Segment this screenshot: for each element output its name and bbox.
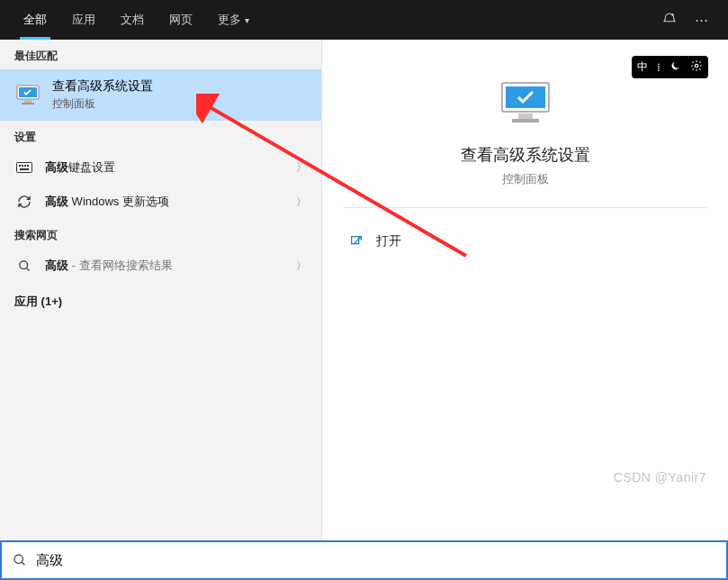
best-match-header: 最佳匹配 xyxy=(0,40,321,69)
tab-docs[interactable]: 文档 xyxy=(108,0,157,40)
results-panel: 最佳匹配 查看高级系统设置 控制面板 设置 高级键盘设置 〉 xyxy=(0,40,322,540)
result-web-search[interactable]: 高级 - 查看网络搜索结果 〉 xyxy=(0,249,321,283)
result-advanced-update[interactable]: 高级 Windows 更新选项 〉 xyxy=(0,185,321,219)
svg-rect-6 xyxy=(19,165,21,167)
best-match-subtitle: 控制面板 xyxy=(52,96,153,112)
keyboard-icon xyxy=(14,162,34,173)
chevron-down-icon: ▾ xyxy=(245,15,249,25)
tab-apps[interactable]: 应用 xyxy=(59,0,108,40)
svg-point-0 xyxy=(671,14,674,16)
tab-all[interactable]: 全部 xyxy=(11,0,59,40)
feedback-icon[interactable] xyxy=(653,12,686,29)
svg-rect-10 xyxy=(20,168,29,170)
best-match-item[interactable]: 查看高级系统设置 控制面板 xyxy=(0,69,321,121)
result-label: 高级键盘设置 xyxy=(34,159,296,176)
svg-rect-3 xyxy=(24,100,31,103)
search-icon xyxy=(14,259,34,273)
watermark: CSDN @Yanir7 xyxy=(614,470,706,485)
search-icon xyxy=(11,553,29,567)
search-input[interactable] xyxy=(29,553,717,568)
svg-line-21 xyxy=(22,562,24,565)
ime-symbol-icon[interactable]: ⁞ xyxy=(657,61,661,74)
moon-icon[interactable] xyxy=(670,60,681,75)
svg-rect-9 xyxy=(27,165,29,167)
preview-title: 查看高级系统设置 xyxy=(461,144,590,166)
web-header: 搜索网页 xyxy=(0,219,321,249)
search-bar[interactable] xyxy=(0,540,728,580)
preview-subtitle: 控制面板 xyxy=(502,171,549,187)
svg-rect-16 xyxy=(518,113,533,119)
svg-rect-17 xyxy=(512,119,539,122)
svg-point-11 xyxy=(19,260,27,268)
result-advanced-keyboard[interactable]: 高级键盘设置 〉 xyxy=(0,150,321,185)
monitor-check-icon xyxy=(14,84,41,107)
tab-more-label: 更多 xyxy=(218,12,241,28)
ime-toolbar[interactable]: 中 ⁞ xyxy=(632,56,708,78)
action-open-label: 打开 xyxy=(376,233,401,249)
svg-rect-4 xyxy=(22,103,34,104)
ime-language-indicator[interactable]: 中 xyxy=(637,59,648,75)
preview-panel: 中 ⁞ 查看高级系统设置 控制面板 xyxy=(322,40,728,540)
svg-rect-7 xyxy=(22,165,23,167)
svg-rect-5 xyxy=(17,163,32,173)
best-match-title: 查看高级系统设置 xyxy=(52,78,153,95)
tab-more[interactable]: 更多 ▾ xyxy=(205,0,262,40)
monitor-check-icon xyxy=(497,79,554,130)
chevron-right-icon: 〉 xyxy=(296,258,307,274)
tab-web[interactable]: 网页 xyxy=(157,0,205,40)
divider xyxy=(344,207,706,208)
open-icon xyxy=(347,234,365,249)
svg-point-13 xyxy=(695,64,698,68)
svg-rect-8 xyxy=(24,165,26,167)
refresh-icon xyxy=(14,195,34,209)
result-label: 高级 Windows 更新选项 xyxy=(34,194,296,210)
ellipsis-icon[interactable]: ⋯ xyxy=(686,12,717,28)
action-open[interactable]: 打开 xyxy=(344,228,706,255)
best-match-text: 查看高级系统设置 控制面板 xyxy=(52,78,153,112)
search-tabs: 全部 应用 文档 网页 更多 ▾ ⋯ xyxy=(0,0,728,40)
result-label: 高级 - 查看网络搜索结果 xyxy=(34,258,296,274)
apps-header[interactable]: 应用 (1+) xyxy=(0,283,321,321)
svg-line-12 xyxy=(26,267,29,270)
svg-point-20 xyxy=(14,555,22,563)
settings-header: 设置 xyxy=(0,121,321,150)
chevron-right-icon: 〉 xyxy=(296,160,307,176)
gear-icon[interactable] xyxy=(690,59,703,75)
chevron-right-icon: 〉 xyxy=(296,195,307,210)
